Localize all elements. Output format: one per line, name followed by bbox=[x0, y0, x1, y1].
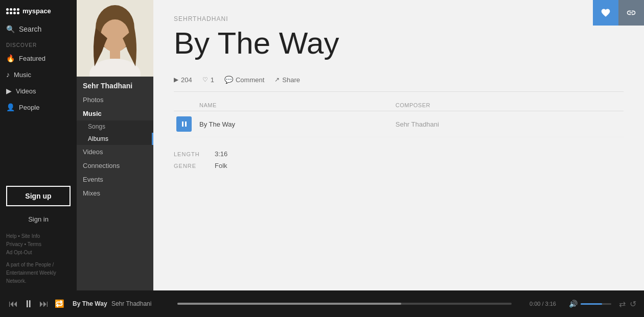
song-actions: ▶ 204 ♡ 1 💬 Comment ↗ Share bbox=[174, 76, 624, 92]
sidebar-item-featured-label: Featured bbox=[19, 55, 45, 62]
profile-submenu-songs[interactable]: Songs bbox=[77, 120, 153, 133]
pause-icon bbox=[182, 121, 187, 127]
profile-menu-events[interactable]: Events bbox=[77, 173, 153, 186]
player-title-bold: By The Way bbox=[73, 300, 107, 307]
player-extra-controls: ⇄ ↺ bbox=[619, 299, 636, 309]
volume-fill bbox=[581, 303, 602, 305]
love-count-value: 1 bbox=[211, 76, 214, 84]
profile-menu-music[interactable]: Music bbox=[77, 107, 153, 120]
profile-photo[interactable] bbox=[77, 0, 153, 77]
sidebar-item-music[interactable]: ♪ Music bbox=[0, 66, 77, 83]
profile-submenu-albums[interactable]: Albums bbox=[77, 133, 153, 145]
profile-menu-mixes[interactable]: Mixes bbox=[77, 186, 153, 200]
share-label: Share bbox=[282, 76, 300, 84]
terms-link[interactable]: Terms bbox=[28, 241, 41, 247]
sidebar-item-videos-label: Videos bbox=[16, 87, 36, 95]
discover-label: DISCOVER bbox=[0, 38, 77, 50]
volume-control: 🔊 bbox=[569, 300, 611, 308]
comment-button[interactable]: 💬 Comment bbox=[224, 76, 264, 84]
signin-link[interactable]: Sign in bbox=[0, 211, 77, 227]
song-table: NAME COMPOSER bbox=[174, 100, 624, 137]
song-details: LENGTH 3:16 GENRE Folk bbox=[174, 150, 624, 169]
heart-button[interactable] bbox=[593, 0, 618, 26]
table-header-composer: COMPOSER bbox=[393, 100, 624, 111]
sidebar-item-music-label: Music bbox=[14, 71, 31, 79]
player-track-info: By The Way Sehr Thadhani bbox=[73, 300, 165, 307]
ad-opt-out-link[interactable]: Ad Opt-Out bbox=[6, 250, 32, 255]
profile-panel: Sehr Thadhani Photos Music Songs Albums … bbox=[77, 0, 153, 290]
help-link[interactable]: Help bbox=[6, 233, 17, 239]
detail-genre: GENRE Folk bbox=[174, 162, 624, 169]
love-count: ♡ 1 bbox=[202, 76, 214, 84]
track-composer-cell: Sehr Thadhani bbox=[393, 111, 624, 137]
volume-icon[interactable]: 🔊 bbox=[569, 300, 578, 308]
track-title-cell: By The Way bbox=[197, 111, 393, 137]
sidebar-item-featured[interactable]: 🔥 Featured bbox=[0, 50, 77, 66]
player-artist: Sehr Thadhani bbox=[111, 300, 152, 307]
music-icon: ♪ bbox=[6, 70, 10, 79]
people-icon: 👤 bbox=[6, 103, 15, 111]
featured-icon: 🔥 bbox=[6, 54, 15, 62]
player-controls: ⏮ ⏸ ⏭ 🔁 bbox=[8, 298, 65, 309]
profile-submenu: Songs Albums bbox=[77, 120, 153, 145]
repeat-button[interactable]: ↺ bbox=[630, 299, 636, 309]
play-icon: ▶ bbox=[174, 76, 178, 83]
sidebar-item-videos[interactable]: ▶ Videos bbox=[0, 83, 77, 99]
logo-text: myspace bbox=[22, 7, 51, 15]
profile-name: Sehr Thadhani bbox=[77, 77, 153, 93]
search-button[interactable]: 🔍 Search bbox=[0, 20, 77, 38]
forward-button[interactable]: ⏭ bbox=[38, 298, 50, 309]
progress-bar[interactable] bbox=[177, 303, 512, 305]
artist-label: SEHRTHADHANI bbox=[174, 15, 624, 22]
sidebar-item-people[interactable]: 👤 People bbox=[0, 99, 77, 115]
pause-button[interactable]: ⏸ bbox=[23, 298, 34, 309]
detail-length: LENGTH 3:16 bbox=[174, 150, 624, 158]
videos-icon: ▶ bbox=[6, 87, 12, 95]
link-button[interactable] bbox=[618, 0, 644, 26]
logo[interactable]: myspace bbox=[0, 0, 77, 20]
sidebar: myspace 🔍 Search DISCOVER 🔥 Featured ♪ M… bbox=[0, 0, 77, 290]
signup-button[interactable]: Sign up bbox=[6, 186, 71, 206]
top-right-actions bbox=[593, 0, 644, 26]
svg-point-3 bbox=[101, 19, 129, 52]
profile-menu-photos[interactable]: Photos bbox=[77, 93, 153, 107]
length-value: 3:16 bbox=[215, 150, 227, 158]
privacy-link[interactable]: Privacy bbox=[6, 241, 23, 247]
bottom-player: ⏮ ⏸ ⏭ 🔁 By The Way Sehr Thadhani 0:00 / … bbox=[0, 290, 644, 317]
main-content: SEHRTHADHANI By The Way ▶ 204 ♡ 1 💬 Comm… bbox=[153, 0, 644, 290]
share-button[interactable]: ↗ Share bbox=[274, 76, 300, 84]
play-count-value: 204 bbox=[181, 76, 192, 84]
player-time: 0:00 / 3:16 bbox=[530, 301, 556, 307]
share-icon: ↗ bbox=[274, 76, 280, 83]
comment-icon: 💬 bbox=[224, 76, 233, 84]
song-title: By The Way bbox=[174, 27, 624, 60]
table-header-name: NAME bbox=[197, 100, 393, 111]
comment-label: Comment bbox=[236, 76, 264, 84]
network-text: A part of the People / Entertainment Wee… bbox=[6, 261, 71, 285]
player-track-title: By The Way Sehr Thadhani bbox=[73, 300, 165, 307]
genre-label: GENRE bbox=[174, 163, 204, 169]
table-play-button[interactable] bbox=[176, 116, 192, 132]
table-row: By The Way Sehr Thadhani bbox=[174, 111, 624, 137]
love-icon: ♡ bbox=[202, 76, 208, 83]
genre-value: Folk bbox=[215, 162, 227, 169]
search-icon: 🔍 bbox=[6, 25, 15, 33]
play-count: ▶ 204 bbox=[174, 76, 192, 84]
profile-menu-connections[interactable]: Connections bbox=[77, 159, 153, 173]
sidebar-item-people-label: People bbox=[19, 104, 39, 111]
sidebar-footer: Help • Site Info Privacy • Terms Ad Opt-… bbox=[0, 227, 77, 290]
site-info-link[interactable]: Site Info bbox=[21, 233, 40, 239]
profile-menu-videos[interactable]: Videos bbox=[77, 145, 153, 159]
rewind-button[interactable]: ⏮ bbox=[8, 298, 19, 309]
loop-button[interactable]: 🔁 bbox=[54, 298, 65, 309]
volume-bar[interactable] bbox=[581, 303, 611, 305]
length-label: LENGTH bbox=[174, 151, 204, 157]
svg-rect-4 bbox=[110, 48, 120, 59]
search-label: Search bbox=[19, 25, 41, 33]
progress-fill bbox=[177, 303, 401, 305]
shuffle-button[interactable]: ⇄ bbox=[619, 299, 626, 309]
